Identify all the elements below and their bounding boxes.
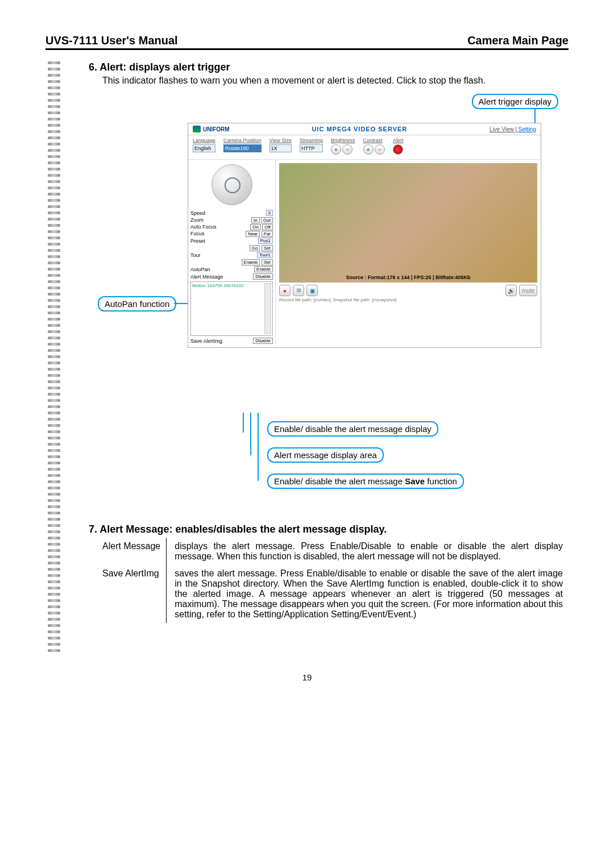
- speed-label: Speed: [190, 210, 205, 216]
- callout-enable-msg: Enable/ disable the alert message displa…: [267, 421, 438, 437]
- link-setting[interactable]: Setting: [518, 126, 536, 132]
- callout-autopan: AutoPan function: [98, 296, 176, 312]
- section-6-body: This indicator flashes to warn you when …: [102, 76, 569, 86]
- tour-select[interactable]: Tour1: [257, 252, 273, 258]
- video-source-info: Source : Format:176 x 144 | FPS:25 | Bit…: [346, 275, 470, 280]
- af-off-button[interactable]: Off: [262, 224, 273, 230]
- app-links: Live View | Setting: [489, 126, 536, 132]
- toolbar-language-label: Language: [193, 138, 215, 143]
- savealert-disable-button[interactable]: Disable: [253, 338, 273, 344]
- toolbar-alert-label: Alert: [393, 138, 404, 143]
- autofocus-label: Auto Focus: [190, 224, 217, 230]
- tour-set-button[interactable]: Set: [262, 259, 273, 265]
- speed-select[interactable]: 3: [266, 210, 273, 216]
- table-row: Save AlertImg saves the alert message. P…: [102, 565, 569, 623]
- callout-msg-area: Alert message display area: [267, 447, 384, 463]
- app-title: UIC MPEG4 VIDEO SERVER: [312, 126, 407, 132]
- toolbar-streaming-label: Streaming: [300, 138, 323, 143]
- record-icon[interactable]: ●: [279, 285, 291, 296]
- section-7-title: 7. Alert Message: enables/disables the a…: [89, 524, 569, 535]
- preset-go-button[interactable]: Go: [250, 245, 260, 251]
- header-right: Camera Main Page: [467, 34, 569, 47]
- callout-alert-trigger: Alert trigger display: [472, 94, 558, 109]
- video-area: Source : Format:176 x 144 | FPS:25 | Bit…: [279, 163, 537, 283]
- zoom-in-button[interactable]: In: [251, 217, 260, 223]
- snapshot-icon[interactable]: ⧉: [293, 285, 304, 296]
- contrast-minus[interactable]: −: [375, 144, 385, 155]
- camerapos-select[interactable]: Rotate180: [223, 144, 262, 152]
- section-6-title: 6. Alert: displays alert trigger: [89, 61, 569, 73]
- ptz-dial-icon[interactable]: [211, 164, 252, 205]
- mute-icon[interactable]: mute: [519, 285, 537, 296]
- autopan-label: AutoPan: [190, 267, 210, 272]
- zoom-label: Zoom: [190, 217, 204, 223]
- app-window: UNIFORM UIC MPEG4 VIDEO SERVER Live View…: [188, 123, 541, 348]
- language-select[interactable]: English: [193, 144, 215, 152]
- focus-near-button[interactable]: Near: [246, 231, 260, 237]
- spiral-binding: [45, 56, 63, 655]
- tour-enable-button[interactable]: Enable: [242, 259, 260, 265]
- logo-text: UNIFORM: [203, 126, 230, 132]
- brightness-minus[interactable]: −: [342, 144, 352, 155]
- callout-line: [258, 413, 259, 481]
- speaker-icon[interactable]: 🔊: [505, 285, 517, 296]
- toolbar-camerapos-label: Camera Position: [223, 138, 262, 143]
- view-panel: Source : Format:176 x 144 | FPS:25 | Bit…: [276, 160, 541, 347]
- callout-line: [250, 413, 251, 455]
- alert-message-sample: Motion 164759 20070102: [192, 283, 244, 288]
- preset-set-button[interactable]: Set: [262, 245, 273, 251]
- alertmsg-label: Alert Message: [190, 274, 223, 280]
- row-key: Save AlertImg: [102, 565, 167, 623]
- alertmsg-disable-button[interactable]: Disable: [253, 273, 273, 280]
- alert-indicator-icon[interactable]: [393, 144, 403, 155]
- link-live-view[interactable]: Live View: [489, 126, 514, 132]
- page-number: 19: [45, 672, 569, 682]
- preset-label: Preset: [190, 238, 205, 244]
- callout-line: [243, 413, 244, 433]
- zoom-out-button[interactable]: Out: [261, 217, 273, 223]
- app-logo: UNIFORM: [193, 126, 230, 132]
- header-left: UVS-7111 User's Manual: [45, 34, 178, 47]
- af-on-button[interactable]: On: [250, 224, 261, 230]
- table-row: Alert Message displays the alert message…: [102, 538, 569, 565]
- side-panel: Speed3 ZoomIn Out Auto FocusOn Off Focus…: [188, 160, 276, 347]
- toolbar-viewsize-label: View Size: [269, 138, 292, 143]
- contrast-plus[interactable]: +: [363, 144, 374, 155]
- folder-icon[interactable]: ▣: [306, 285, 318, 296]
- toolbar-brightness-label: Brightness: [331, 138, 355, 143]
- logo-icon: [193, 126, 201, 132]
- viewsize-select[interactable]: 1X: [269, 144, 292, 152]
- focus-far-button[interactable]: Far: [262, 231, 273, 237]
- brightness-plus[interactable]: +: [331, 144, 341, 155]
- focus-label: Focus: [190, 231, 205, 236]
- row-key: Alert Message: [102, 538, 167, 565]
- tour-label: Tour: [190, 252, 201, 258]
- streaming-select[interactable]: HTTP: [300, 144, 323, 152]
- figure-screenshot: Alert trigger display AutoPan function U…: [74, 92, 569, 512]
- row-val: displays the alert message. Press Enable…: [167, 538, 569, 565]
- page-header: UVS-7111 User's Manual Camera Main Page: [45, 34, 569, 50]
- callout-save-func: Enable/ disable the alert message Save f…: [267, 474, 464, 489]
- file-path-line: Record file path: [c\video]; Snapshot fi…: [279, 297, 537, 302]
- row-val: saves the alert message. Press Enable/di…: [167, 565, 569, 623]
- alert-message-box: Motion 164759 20070102: [190, 281, 273, 336]
- toolbar-contrast-label: Contrast: [363, 138, 385, 143]
- autopan-enable-button[interactable]: Enable: [254, 266, 273, 272]
- preset-select[interactable]: Pos1: [258, 238, 273, 244]
- savealert-label: Save AlertImg: [190, 338, 222, 344]
- description-table: Alert Message displays the alert message…: [102, 538, 569, 623]
- toolbar: Language English Camera Position Rotate1…: [188, 135, 541, 160]
